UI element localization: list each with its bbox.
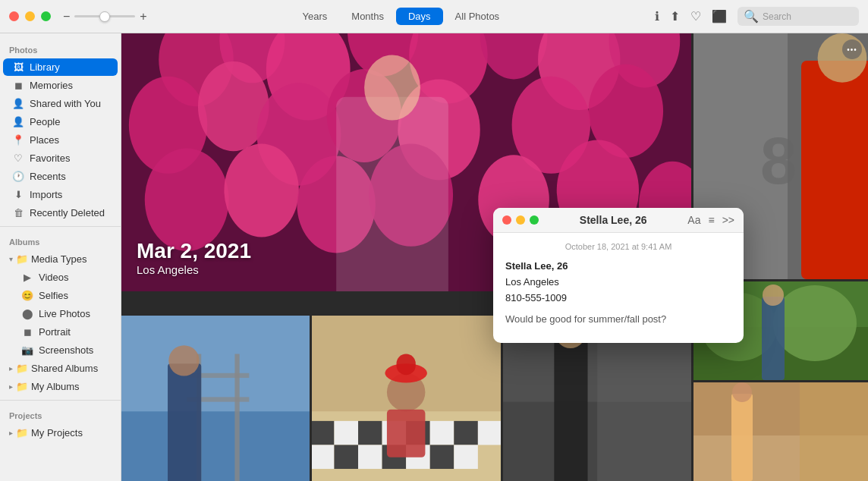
minimize-button[interactable] bbox=[25, 11, 35, 21]
sidebar-item-label-favorites: Favorites bbox=[30, 152, 70, 164]
svg-rect-61 bbox=[335, 445, 359, 469]
note-contact-location: Los Angeles bbox=[505, 275, 731, 291]
favorites-icon: ♡ bbox=[12, 152, 24, 164]
recents-icon: 🕐 bbox=[12, 171, 24, 182]
sidebar-item-label-videos: Videos bbox=[39, 272, 69, 283]
photo-location: Los Angeles bbox=[137, 263, 251, 276]
note-window-controls bbox=[502, 215, 539, 225]
imports-icon: ⬇ bbox=[12, 189, 24, 200]
media-types-icon: 📁 bbox=[16, 253, 28, 265]
svg-rect-58 bbox=[454, 420, 479, 445]
right-bot-svg bbox=[693, 382, 868, 481]
svg-point-49 bbox=[168, 345, 199, 376]
note-font-icon[interactable]: Aa bbox=[687, 214, 700, 226]
live-photos-icon: ⬤ bbox=[21, 308, 33, 319]
sidebar-item-places[interactable]: 📍 Places bbox=[3, 131, 118, 149]
recently-deleted-icon: 🗑 bbox=[12, 207, 24, 218]
note-expand-icon[interactable]: >> bbox=[722, 214, 734, 226]
svg-rect-65 bbox=[430, 445, 454, 469]
places-icon: 📍 bbox=[12, 134, 24, 146]
videos-icon: ▶ bbox=[21, 272, 33, 283]
favorite-icon[interactable]: ♡ bbox=[690, 9, 701, 24]
chevron-right-icon2: ▸ bbox=[9, 382, 13, 391]
bottom-photo-2[interactable] bbox=[312, 316, 500, 482]
zoom-minus-button[interactable]: − bbox=[63, 10, 70, 24]
info-icon[interactable]: ℹ bbox=[655, 9, 659, 24]
sidebar-item-selfies[interactable]: 😊 Selfies bbox=[3, 287, 118, 304]
sidebar-item-shared-with-you[interactable]: 👤 Shared with You bbox=[3, 95, 118, 112]
selfies-icon: 😊 bbox=[21, 290, 33, 301]
three-dot-icon: ••• bbox=[847, 46, 857, 54]
right-photo-bot[interactable] bbox=[693, 382, 868, 481]
zoom-slider-thumb bbox=[99, 11, 110, 22]
screenshots-icon: 📷 bbox=[21, 344, 33, 356]
close-button[interactable] bbox=[9, 11, 19, 21]
sidebar-item-live-photos[interactable]: ⬤ Live Photos bbox=[3, 305, 118, 322]
note-max-button[interactable] bbox=[530, 215, 539, 225]
svg-rect-28 bbox=[801, 61, 868, 279]
sidebar-item-label-selfies: Selfies bbox=[39, 290, 68, 301]
sidebar-item-label-live-photos: Live Photos bbox=[39, 308, 90, 319]
note-contact-phone: 810-555-1009 bbox=[505, 291, 731, 307]
sidebar-item-shared-albums[interactable]: ▸ 📁 Shared Albums bbox=[3, 360, 118, 377]
svg-rect-59 bbox=[478, 420, 500, 445]
people-icon: 👤 bbox=[12, 116, 24, 127]
sidebar-item-label-recents: Recents bbox=[30, 171, 66, 182]
slideshow-icon[interactable]: ⬛ bbox=[712, 9, 727, 24]
sidebar-divider-albums bbox=[0, 226, 121, 227]
photo-date: Mar 2, 2021 bbox=[137, 239, 251, 263]
zoom-plus-button[interactable]: + bbox=[140, 10, 146, 24]
sidebar-item-my-projects[interactable]: ▸ 📁 My Projects bbox=[3, 424, 118, 442]
note-body-text: Would be good for summer/fall post? bbox=[505, 312, 731, 328]
my-projects-icon: 📁 bbox=[16, 427, 28, 439]
note-min-button[interactable] bbox=[516, 215, 525, 225]
maximize-button[interactable] bbox=[41, 11, 51, 21]
sidebar-item-label-memories: Memories bbox=[30, 80, 73, 91]
sidebar-item-people[interactable]: 👤 People bbox=[3, 113, 118, 130]
sidebar-item-screenshots[interactable]: 📷 Screenshots bbox=[3, 341, 118, 359]
sidebar-item-recently-deleted[interactable]: 🗑 Recently Deleted bbox=[3, 204, 118, 222]
tab-months[interactable]: Months bbox=[339, 8, 396, 25]
note-toolbar: Aa ≡ >> bbox=[687, 214, 734, 226]
titlebar: − + Years Months Days All Photos ℹ ⬆ ♡ ⬛… bbox=[0, 0, 868, 33]
sidebar-item-label-people: People bbox=[30, 116, 60, 127]
zoom-slider[interactable] bbox=[74, 15, 135, 17]
sidebar-item-imports[interactable]: ⬇ Imports bbox=[3, 186, 118, 203]
three-dot-menu-button[interactable]: ••• bbox=[842, 39, 862, 59]
svg-rect-54 bbox=[358, 420, 382, 445]
svg-rect-62 bbox=[358, 445, 382, 469]
sidebar-item-favorites[interactable]: ♡ Favorites bbox=[3, 149, 118, 167]
search-input[interactable] bbox=[763, 11, 854, 22]
content-area: Mar 2, 2021 Los Angeles 8 • bbox=[121, 33, 868, 481]
share-icon[interactable]: ⬆ bbox=[670, 9, 680, 24]
shared-albums-icon: 📁 bbox=[16, 363, 28, 374]
my-albums-icon: 📁 bbox=[16, 381, 28, 392]
svg-rect-53 bbox=[335, 420, 359, 445]
sidebar-item-recents[interactable]: 🕐 Recents bbox=[3, 168, 118, 185]
bottom-photo-1-svg bbox=[121, 316, 310, 482]
note-list-icon[interactable]: ≡ bbox=[708, 214, 714, 226]
photos-section-label: Photos bbox=[0, 39, 121, 58]
chevron-right-icon: ▸ bbox=[9, 364, 13, 373]
sidebar-item-label-library: Library bbox=[30, 61, 60, 73]
sidebar-item-label-shared-albums: Shared Albums bbox=[31, 363, 98, 374]
svg-rect-66 bbox=[454, 445, 479, 469]
note-close-button[interactable] bbox=[502, 215, 511, 225]
sidebar-item-memories[interactable]: ◼ Memories bbox=[3, 77, 118, 94]
svg-rect-23 bbox=[336, 97, 448, 291]
sidebar-item-my-albums[interactable]: ▸ 📁 My Albums bbox=[3, 378, 118, 395]
memories-icon: ◼ bbox=[12, 80, 24, 91]
titlebar-actions: ℹ ⬆ ♡ ⬛ 🔍 bbox=[655, 7, 859, 26]
sidebar-item-portrait[interactable]: ◼ Portrait bbox=[3, 323, 118, 341]
sidebar-item-videos[interactable]: ▶ Videos bbox=[3, 269, 118, 286]
tab-days[interactable]: Days bbox=[396, 8, 443, 25]
search-box[interactable]: 🔍 bbox=[737, 7, 859, 26]
tab-all-photos[interactable]: All Photos bbox=[443, 8, 512, 25]
svg-point-29 bbox=[818, 33, 867, 83]
bottom-photo-1[interactable] bbox=[121, 316, 310, 482]
sidebar-item-media-types[interactable]: ▾ 📁 Media Types bbox=[3, 250, 118, 268]
tab-years[interactable]: Years bbox=[291, 8, 340, 25]
svg-point-41 bbox=[732, 382, 752, 402]
sidebar-item-library[interactable]: 🖼 Library bbox=[3, 58, 118, 76]
svg-rect-57 bbox=[430, 420, 454, 445]
